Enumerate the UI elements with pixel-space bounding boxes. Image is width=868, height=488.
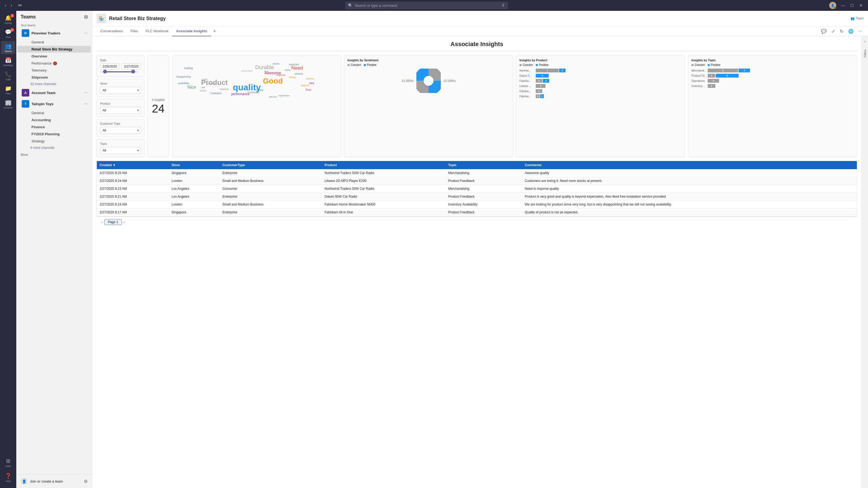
pineview-more[interactable]: ··· xyxy=(83,30,89,36)
minimize-button[interactable]: — xyxy=(839,3,847,8)
channel-retail[interactable]: Retail Store Biz Strategy xyxy=(18,46,91,53)
word-cloud-item: improve xyxy=(277,74,285,76)
sidebar-item-files[interactable]: 📁 Files xyxy=(1,84,15,97)
meetings-icon: 📅 xyxy=(5,57,12,63)
table-row[interactable]: 2/27/2020 8:19 AMLondonSmall and Medium … xyxy=(97,201,857,208)
maximize-button[interactable]: ☐ xyxy=(848,3,856,8)
close-button[interactable]: ✕ xyxy=(857,3,865,8)
table-row[interactable]: 2/27/2020 8:23 AMLos AngelesConsumerNort… xyxy=(97,185,857,193)
date-end[interactable]: 2/27/2020 xyxy=(122,63,141,69)
sidebar-item-calls[interactable]: 📞 Calls xyxy=(1,69,15,83)
window-controls: — ☐ ✕ xyxy=(839,3,865,8)
expand-icon[interactable]: ⤢ xyxy=(830,28,837,35)
positive-bar: 2 xyxy=(559,69,565,72)
page-1-button[interactable]: Page 1 xyxy=(104,219,122,225)
channel-shiproom[interactable]: Shiproom xyxy=(18,74,91,81)
topic-chart: Insights by Topic Concern Positive M xyxy=(688,56,857,157)
settings-icon[interactable]: ⚙ xyxy=(84,479,88,484)
date-slider[interactable] xyxy=(100,71,138,73)
product-bar-row: Litware ...3 xyxy=(520,84,682,88)
account-more[interactable]: ··· xyxy=(83,90,89,96)
contoso-icon: 🏢 xyxy=(5,99,12,106)
tailspin-more[interactable]: ··· xyxy=(83,101,89,107)
sidebar-item-apps[interactable]: ⊞ Apps xyxy=(1,456,15,469)
channel-fy2019[interactable]: FY2019 Planning xyxy=(18,131,91,137)
channel-finance[interactable]: Finance xyxy=(18,124,91,130)
word-cloud-item: very xyxy=(309,82,314,84)
channel-general-pineview[interactable]: General xyxy=(18,39,91,45)
product-chart: Insights by Product Concern Positive xyxy=(516,56,685,157)
team-pineview[interactable]: P Pineview Traders ··· xyxy=(18,28,91,38)
tab-associateinsights[interactable]: Associate Insights xyxy=(172,26,211,36)
tab-conversations[interactable]: Conversations xyxy=(97,26,127,36)
team-account[interactable]: A Account Team ··· xyxy=(18,87,91,98)
more-label[interactable]: More xyxy=(16,151,92,159)
sidebar-item-activity[interactable]: 🔔 Activity 2 xyxy=(1,13,15,26)
th-topic[interactable]: Topic xyxy=(445,161,522,169)
sidebar-item-contoso[interactable]: 🏢 Contoso xyxy=(1,98,15,110)
date-start[interactable]: 2/26/2020 xyxy=(100,63,119,69)
table-row[interactable]: 2/27/2020 8:21 AMLos AngelesEnterpriseDa… xyxy=(97,193,857,201)
avatar-container[interactable]: 👤 xyxy=(829,2,836,9)
channel-telemetry[interactable]: Telemetry xyxy=(18,67,91,74)
more-options-icon[interactable]: ··· xyxy=(857,28,864,35)
channel-accounting[interactable]: Accounting xyxy=(18,117,91,123)
insights-count-num: 24 xyxy=(152,103,165,115)
compose-button[interactable]: ✏ xyxy=(16,1,24,9)
team-button[interactable]: 👥 Team xyxy=(850,17,864,20)
topic-positive-bar: 3 xyxy=(739,69,750,72)
tab-files[interactable]: Files xyxy=(127,26,142,36)
activity-badge: 2 xyxy=(10,14,14,18)
channel-strategy[interactable]: Strategy xyxy=(18,138,91,144)
th-store[interactable]: Store xyxy=(169,161,220,169)
th-comments[interactable]: Comments xyxy=(522,161,857,169)
table-row[interactable]: 2/27/2020 8:25 AMSingaporeEnterpriseNort… xyxy=(97,169,857,177)
collapse-arrow[interactable]: › xyxy=(864,39,866,43)
nav-buttons: ‹ › xyxy=(3,2,14,9)
join-icon[interactable]: 👤 xyxy=(21,478,28,485)
slider-thumb-left[interactable] xyxy=(103,70,107,73)
team-tailspin[interactable]: T Tailspin Toys ··· xyxy=(18,98,91,109)
customer-type-filter: Customer Type All xyxy=(97,119,145,137)
top-section: Date 2/26/2020 2/27/2020 xyxy=(97,56,857,157)
mic-icon[interactable]: 🎙 xyxy=(501,3,505,8)
back-button[interactable]: ‹ xyxy=(3,2,8,9)
filter-controls: Date 2/26/2020 2/27/2020 xyxy=(97,56,145,157)
slider-thumb-right[interactable] xyxy=(131,70,135,73)
channel-overview[interactable]: Overview xyxy=(18,53,91,60)
prev-page-button[interactable]: ‹ xyxy=(100,219,104,225)
filter-icon[interactable]: ⊟ xyxy=(84,14,88,20)
legend-positive: Positive xyxy=(364,63,376,66)
sidebar-item-chat[interactable]: 💬 Chat 1 xyxy=(1,27,15,40)
channel-general-tailspin[interactable]: General xyxy=(18,109,91,116)
product-positive-label: Positive xyxy=(539,63,549,66)
bar-label: Fabrika... xyxy=(520,79,536,83)
topic-bar-row: Product Fe...26 xyxy=(691,74,854,77)
chat-tab-icon[interactable]: 💬 xyxy=(819,28,828,35)
customer-type-select[interactable]: All xyxy=(100,127,141,134)
tab-plcnotebook[interactable]: PLC Notebook xyxy=(142,26,173,36)
search-input[interactable] xyxy=(355,3,499,8)
th-product[interactable]: Product xyxy=(322,161,446,169)
th-customertype[interactable]: CustomerType xyxy=(220,161,322,169)
product-select[interactable]: All xyxy=(100,107,141,114)
next-page-button[interactable]: › xyxy=(122,219,126,225)
join-text[interactable]: Join or create a team xyxy=(30,479,82,483)
channel-performance[interactable]: Performance 1 xyxy=(18,60,91,67)
globe-icon[interactable]: 🌐 xyxy=(846,28,855,35)
add-tab-button[interactable]: + xyxy=(211,27,218,35)
table-row[interactable]: 2/27/2020 8:24 AMLondonSmall and Medium … xyxy=(97,177,857,185)
topic-select[interactable]: All xyxy=(100,147,141,154)
th-created[interactable]: Created ▼ xyxy=(97,161,169,169)
refresh-icon[interactable]: ↻ xyxy=(838,28,845,35)
tailspin-more-channels[interactable]: 6 more channels xyxy=(16,145,92,151)
sidebar-item-teams[interactable]: 👥 Teams xyxy=(1,41,15,54)
word-cloud-item: expected xyxy=(289,63,299,66)
store-select[interactable]: All Singapore London Los Angeles xyxy=(100,87,141,94)
forward-button[interactable]: › xyxy=(9,2,13,9)
table-row[interactable]: 2/27/2020 8:17 AMSingaporeEnterpriseFabr… xyxy=(97,208,857,216)
sidebar-item-meetings[interactable]: 📅 Meetings xyxy=(1,55,15,68)
pineview-more-channels[interactable]: 32 more channels xyxy=(16,81,92,87)
sidebar-item-help[interactable]: ❓ Help xyxy=(1,471,15,484)
filter-panel-label[interactable]: Filters xyxy=(863,50,867,58)
